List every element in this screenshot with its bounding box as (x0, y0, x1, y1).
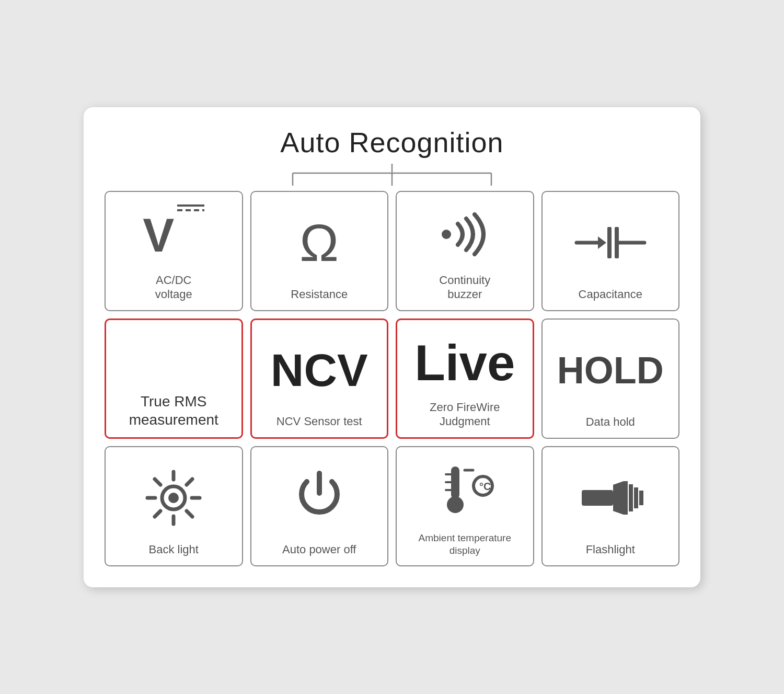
svg-line-15 (155, 479, 160, 485)
hold-text: HOLD (557, 351, 664, 389)
svg-line-16 (187, 511, 192, 517)
svg-rect-33 (629, 484, 633, 511)
svg-line-18 (155, 511, 160, 517)
page-title: Auto Recognition (105, 126, 679, 158)
ncv-text: NCV (271, 347, 368, 393)
svg-point-23 (447, 496, 464, 513)
dc-lines (177, 204, 204, 211)
icon-live: Live (403, 329, 526, 397)
cell-label-truerms: True RMSmeasurement (129, 392, 218, 429)
cell-label-temperature: Ambient temperaturedisplay (419, 532, 511, 557)
svg-rect-8 (607, 227, 612, 258)
continuity-svg (436, 209, 493, 261)
svg-rect-30 (582, 490, 613, 506)
cell-label-hold: Data hold (586, 415, 635, 429)
svg-line-17 (187, 479, 192, 485)
cell-autopoweroff: Auto power off (250, 446, 389, 566)
cell-acdc: V AC/DCvoltage (105, 191, 243, 311)
icon-resistance: Ω (258, 201, 382, 285)
icon-hold: HOLD (549, 329, 673, 412)
capacitance-svg (574, 222, 647, 264)
icon-truerms (112, 329, 235, 389)
cell-temperature: °C Ambient temperaturedisplay (396, 446, 534, 566)
icon-temperature: °C (403, 457, 527, 529)
live-text: Live (414, 338, 515, 388)
cell-label-ncv: NCV Sensor test (276, 414, 362, 429)
cell-continuity: Continuitybuzzer (396, 191, 534, 311)
cell-backlight: Back light (105, 446, 243, 566)
icon-capacitance (549, 201, 673, 285)
icon-continuity (403, 201, 527, 270)
connector-svg (261, 164, 523, 186)
cell-label-live: Zero FireWireJudgment (430, 400, 500, 429)
v-letter: V (143, 212, 174, 259)
cell-label-flashlight: Flashlight (586, 542, 635, 557)
cell-capacitance: Capacitance (541, 191, 680, 311)
feature-grid: V AC/DCvoltage Ω Resistance (105, 191, 679, 566)
icon-autopoweroff (258, 457, 382, 540)
omega-symbol: Ω (299, 217, 339, 269)
connector-lines (105, 164, 679, 186)
cell-ncv: NCV NCV Sensor test (250, 318, 389, 439)
temperature-svg: °C (433, 464, 496, 521)
svg-point-20 (168, 493, 179, 503)
svg-point-5 (442, 230, 451, 239)
svg-rect-35 (639, 491, 643, 505)
power-svg (293, 469, 345, 527)
backlight-svg (145, 469, 202, 527)
cell-flashlight: Flashlight (541, 446, 680, 566)
cell-label-backlight: Back light (149, 542, 199, 557)
cell-live: Live Zero FireWireJudgment (396, 318, 534, 439)
svg-marker-31 (613, 481, 624, 515)
cell-resistance: Ω Resistance (250, 191, 389, 311)
cell-label-capacitance: Capacitance (579, 287, 642, 302)
cell-label-acdc: AC/DCvoltage (155, 273, 192, 302)
svg-rect-22 (451, 467, 459, 499)
cell-label-resistance: Resistance (291, 287, 348, 302)
cell-label-autopoweroff: Auto power off (282, 542, 356, 557)
svg-rect-32 (624, 481, 628, 515)
icon-acdc: V (112, 201, 236, 270)
icon-backlight (112, 457, 236, 540)
icon-ncv: NCV (258, 329, 381, 412)
cell-hold: HOLD Data hold (541, 318, 680, 439)
flashlight-svg (577, 477, 644, 519)
main-card: Auto Recognition V (84, 107, 700, 587)
cell-truerms: True RMSmeasurement (105, 318, 243, 439)
cell-label-continuity: Continuitybuzzer (439, 273, 490, 302)
svg-rect-34 (634, 487, 638, 508)
icon-flashlight (549, 457, 673, 540)
svg-marker-7 (598, 236, 606, 249)
svg-text:°C: °C (479, 481, 491, 492)
